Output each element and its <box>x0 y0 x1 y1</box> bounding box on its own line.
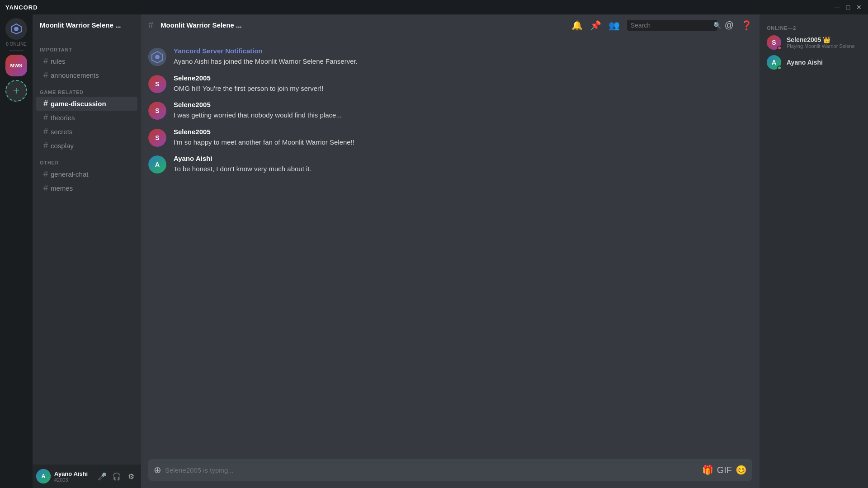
message-group: S Selene2005 I was getting worried that … <box>141 97 760 124</box>
member-info-ayano: Ayano Aishi <box>787 59 861 66</box>
hash-icon: # <box>43 127 48 136</box>
server-icon-mws[interactable]: MWS <box>5 55 27 76</box>
msg-content: Selene2005 OMG hi!! You're the first per… <box>174 74 752 94</box>
channel-item-secrets[interactable]: # secrets <box>36 125 137 139</box>
current-user-avatar-img: A <box>36 469 51 483</box>
emoji-button[interactable]: 😊 <box>736 465 747 475</box>
msg-avatar-selene: S <box>148 75 166 93</box>
server-notification-avatar <box>148 48 166 66</box>
msg-content: Yancord Server Notification Ayano Aishi … <box>174 47 752 67</box>
message-input-area: ⊕ 🎁 GIF 😊 <box>141 459 760 488</box>
msg-header: Selene2005 <box>174 74 752 82</box>
channel-label-general-chat: general-chat <box>51 170 88 178</box>
minimize-button[interactable]: — <box>834 4 841 11</box>
msg-avatar-ayano: A <box>148 155 166 174</box>
channel-item-cosplay[interactable]: # cosplay <box>36 139 137 153</box>
gif-button[interactable]: GIF <box>717 465 732 475</box>
channel-label-announcements: announcements <box>51 71 99 79</box>
main-chat: # Moonlit Warrior Selene ... 🔔 📌 👥 🔍 @ ❓ <box>141 14 760 488</box>
window-controls: — □ ✕ <box>834 4 863 11</box>
server-icon-main[interactable] <box>5 18 27 40</box>
member-item-ayano[interactable]: A Ayano Aishi <box>763 52 864 72</box>
server-name: Moonlit Warrior Selene ... <box>40 21 121 29</box>
online-category: ONLINE—2 <box>763 22 864 33</box>
channel-label-theories: theories <box>51 114 75 122</box>
msg-content: Ayano Aishi To be honest, I don't know v… <box>174 155 752 174</box>
main-server-logo <box>5 18 27 40</box>
category-important: IMPORTANT <box>33 40 141 54</box>
message-input[interactable] <box>165 466 698 474</box>
member-avatar-selene: S <box>767 35 781 50</box>
svg-point-1 <box>14 27 19 31</box>
channel-item-memes[interactable]: # memes <box>36 181 137 195</box>
msg-header: Ayano Aishi <box>174 155 752 162</box>
help-button[interactable]: ❓ <box>741 20 752 31</box>
app-body: 0 ONLINE MWS + Moonlit Warrior Selene ..… <box>0 14 868 488</box>
add-server-button[interactable]: + <box>5 80 27 102</box>
msg-avatar-server <box>148 48 166 66</box>
msg-header: Selene2005 <box>174 128 752 136</box>
ayano-avatar-img: A <box>148 155 166 174</box>
msg-username: Selene2005 <box>174 128 211 136</box>
member-name-ayano: Ayano Aishi <box>787 59 861 66</box>
hash-icon: # <box>43 183 48 193</box>
member-avatar-ayano: A <box>767 55 781 70</box>
channel-item-theories[interactable]: # theories <box>36 111 137 125</box>
hash-icon: # <box>43 141 48 150</box>
notifications-button[interactable]: 🔔 <box>571 20 583 31</box>
msg-text: Ayano Aishi has joined the Moonlit Warri… <box>174 56 752 67</box>
channel-sidebar-header[interactable]: Moonlit Warrior Selene ... <box>33 14 141 36</box>
channel-label-secrets: secrets <box>51 128 72 136</box>
hash-icon: # <box>43 99 48 108</box>
server-divider <box>9 50 24 51</box>
channel-hash-icon: # <box>148 20 153 30</box>
msg-text: I was getting worried that nobody would … <box>174 110 752 121</box>
member-name-selene: Selene2005 👑 <box>787 36 861 43</box>
crown-icon: 👑 <box>823 36 830 43</box>
members-button[interactable]: 👥 <box>609 20 620 31</box>
msg-text: To be honest, I don't know very much abo… <box>174 164 752 174</box>
settings-button[interactable]: ⚙ <box>125 470 137 483</box>
msg-username: Selene2005 <box>174 101 211 108</box>
close-button[interactable]: ✕ <box>855 4 863 11</box>
pins-button[interactable]: 📌 <box>590 20 601 31</box>
channel-item-rules[interactable]: # rules <box>36 54 137 68</box>
chat-channel-title: Moonlit Warrior Selene ... <box>160 21 566 29</box>
chat-header: # Moonlit Warrior Selene ... 🔔 📌 👥 🔍 @ ❓ <box>141 14 760 36</box>
channel-list: IMPORTANT # rules # announcements GAME R… <box>33 36 141 465</box>
header-icons: 🔔 📌 👥 🔍 @ ❓ <box>571 20 752 31</box>
msg-username: Yancord Server Notification <box>174 47 263 55</box>
msg-username: Selene2005 <box>174 74 211 82</box>
maximize-button[interactable]: □ <box>844 4 852 11</box>
search-input[interactable] <box>631 22 710 29</box>
gift-button[interactable]: 🎁 <box>702 465 713 475</box>
selene-status-indicator <box>777 46 782 50</box>
mention-button[interactable]: @ <box>725 20 734 30</box>
current-user-name: Ayano Aishi <box>54 470 92 477</box>
headphone-button[interactable]: 🎧 <box>110 470 123 483</box>
app-logo: YANCORD <box>5 4 38 11</box>
channel-label-memes: memes <box>51 184 73 192</box>
message-group: A Ayano Aishi To be honest, I don't know… <box>141 151 760 178</box>
mic-button[interactable]: 🎤 <box>96 470 108 483</box>
selene-avatar-img: S <box>148 75 166 93</box>
message-input-actions: 🎁 GIF 😊 <box>702 465 747 475</box>
mws-server-avatar: MWS <box>5 55 27 76</box>
message-group: Yancord Server Notification Ayano Aishi … <box>141 43 760 70</box>
channel-item-announcements[interactable]: # announcements <box>36 68 137 82</box>
members-sidebar: ONLINE—2 S Selene2005 👑 Playing Moonlit … <box>760 14 868 488</box>
channel-label-cosplay: cosplay <box>51 142 74 150</box>
channel-item-game-discussion[interactable]: # game-discussion <box>36 97 137 111</box>
msg-content: Selene2005 I'm so happy to meet another … <box>174 128 752 148</box>
selene-avatar-img2: S <box>148 102 166 120</box>
messages-area: Yancord Server Notification Ayano Aishi … <box>141 36 760 459</box>
category-game-related: GAME RELATED <box>33 82 141 97</box>
attach-button[interactable]: ⊕ <box>154 465 161 475</box>
search-box: 🔍 <box>627 20 717 31</box>
member-item-selene[interactable]: S Selene2005 👑 Playing Moonlit Warrior S… <box>763 33 864 52</box>
msg-header: Selene2005 <box>174 101 752 108</box>
search-icon: 🔍 <box>713 22 721 29</box>
msg-avatar-selene3: S <box>148 129 166 147</box>
msg-content: Selene2005 I was getting worried that no… <box>174 101 752 121</box>
channel-item-general-chat[interactable]: # general-chat <box>36 167 137 181</box>
